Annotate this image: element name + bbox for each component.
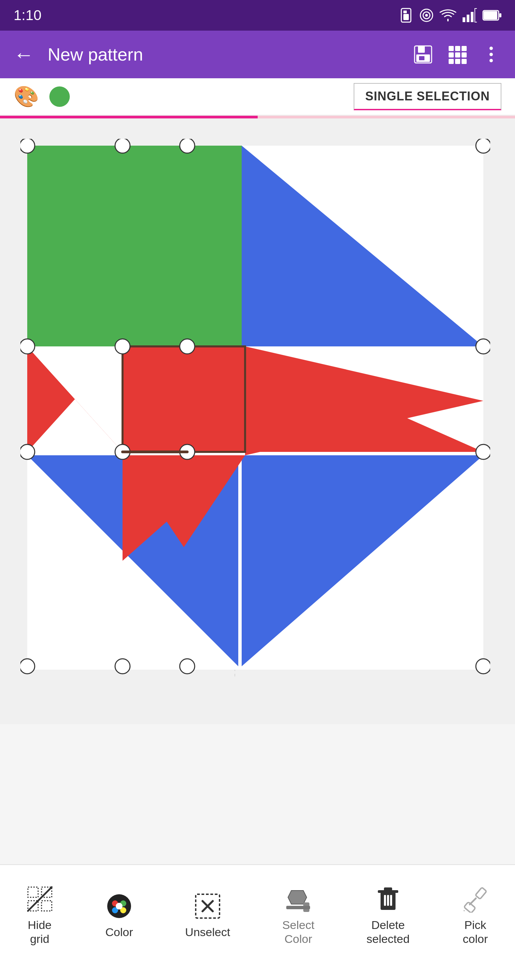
- toolbar-row: 🎨 SINGLE SELECTION: [0, 78, 515, 116]
- svg-rect-65: [41, 901, 52, 911]
- color-label: Color: [105, 925, 133, 939]
- svg-point-27: [489, 53, 493, 56]
- svg-point-28: [489, 59, 493, 62]
- active-color-dot[interactable]: [49, 86, 70, 107]
- svg-rect-14: [418, 46, 425, 53]
- svg-rect-18: [455, 46, 460, 51]
- svg-rect-23: [449, 59, 454, 64]
- node-3-2[interactable]: [180, 659, 195, 674]
- svg-rect-78: [286, 906, 310, 909]
- svg-rect-24: [455, 59, 460, 64]
- status-icons: [399, 8, 501, 23]
- svg-rect-25: [462, 59, 467, 64]
- svg-rect-21: [455, 52, 460, 57]
- hide-grid-icon: [26, 885, 53, 913]
- node-1-1[interactable]: [115, 339, 130, 354]
- svg-rect-81: [384, 888, 392, 891]
- svg-rect-19: [462, 46, 467, 51]
- pick-color-button[interactable]: Pickcolor: [462, 885, 489, 946]
- target-icon: [419, 8, 434, 23]
- status-bar: 1:10: [0, 0, 515, 30]
- svg-rect-83: [387, 895, 389, 906]
- hide-grid-button[interactable]: Hidegrid: [26, 885, 53, 946]
- select-color-button[interactable]: SelectColor: [282, 885, 314, 946]
- status-time: 1:10: [14, 7, 41, 24]
- unselect-label: Unselect: [185, 925, 230, 939]
- canvas-area[interactable]: [0, 118, 515, 724]
- node-1-2[interactable]: [180, 339, 195, 354]
- select-color-icon: [285, 885, 312, 913]
- color-button[interactable]: Color: [105, 892, 133, 939]
- svg-rect-2: [403, 11, 407, 13]
- more-options-button[interactable]: [481, 44, 501, 65]
- svg-rect-59: [123, 347, 245, 452]
- delete-selected-button[interactable]: Deleteselected: [367, 885, 410, 946]
- tab-indicator: [0, 116, 515, 118]
- svg-rect-8: [471, 12, 474, 22]
- delete-icon: [375, 885, 402, 913]
- svg-rect-17: [449, 46, 454, 51]
- signal-icon: [462, 8, 477, 23]
- node-0-1[interactable]: [115, 139, 130, 153]
- svg-rect-9: [475, 8, 477, 22]
- svg-point-5: [425, 14, 428, 17]
- svg-point-72: [116, 903, 123, 910]
- svg-rect-85: [475, 888, 487, 899]
- node-2-0[interactable]: [21, 444, 35, 460]
- palette-icon[interactable]: 🎨: [14, 84, 39, 108]
- select-color-label: SelectColor: [282, 918, 314, 946]
- app-bar: ← New pattern: [0, 30, 515, 78]
- tab-indicator-active: [0, 116, 258, 118]
- node-2-3[interactable]: [476, 444, 490, 460]
- node-3-0[interactable]: [21, 659, 35, 674]
- svg-marker-76: [288, 891, 307, 904]
- svg-rect-1: [403, 14, 409, 20]
- svg-point-26: [489, 47, 493, 50]
- wifi-icon: [439, 8, 456, 23]
- pattern-canvas[interactable]: [21, 139, 490, 690]
- save-button[interactable]: [413, 44, 433, 65]
- svg-line-66: [28, 887, 52, 911]
- svg-rect-62: [28, 887, 38, 897]
- svg-rect-7: [467, 14, 469, 22]
- bottom-toolbar: Hidegrid Color Unselect SelectColor: [0, 864, 515, 980]
- single-selection-button[interactable]: SINGLE SELECTION: [354, 83, 501, 110]
- node-1-0[interactable]: [21, 339, 35, 354]
- svg-rect-11: [484, 11, 497, 19]
- node-3-1[interactable]: [115, 659, 130, 674]
- unselect-icon: [194, 892, 221, 920]
- svg-rect-16: [419, 56, 424, 60]
- battery-icon: [482, 8, 501, 23]
- svg-rect-82: [384, 895, 386, 906]
- svg-marker-88: [463, 910, 465, 911]
- color-icon: [105, 892, 133, 920]
- svg-rect-20: [449, 52, 454, 57]
- hide-grid-label: Hidegrid: [28, 918, 52, 946]
- node-1-3[interactable]: [476, 339, 490, 354]
- grid-button[interactable]: [447, 44, 467, 65]
- node-0-3[interactable]: [476, 139, 490, 153]
- svg-line-87: [470, 898, 476, 904]
- eyedropper-icon: [462, 885, 489, 913]
- back-button[interactable]: ←: [14, 43, 34, 66]
- unselect-button[interactable]: Unselect: [185, 892, 230, 939]
- svg-rect-12: [499, 13, 501, 18]
- page-title: New pattern: [48, 44, 399, 65]
- node-0-2[interactable]: [180, 139, 195, 153]
- node-3-3[interactable]: [476, 659, 490, 674]
- svg-rect-84: [390, 895, 392, 906]
- delete-selected-label: Deleteselected: [367, 918, 410, 946]
- app-bar-actions: [413, 44, 501, 65]
- svg-rect-22: [462, 52, 467, 57]
- node-0-0[interactable]: [21, 139, 35, 153]
- svg-rect-6: [462, 18, 465, 22]
- pick-color-label: Pickcolor: [463, 918, 488, 946]
- sim-icon: [399, 8, 414, 23]
